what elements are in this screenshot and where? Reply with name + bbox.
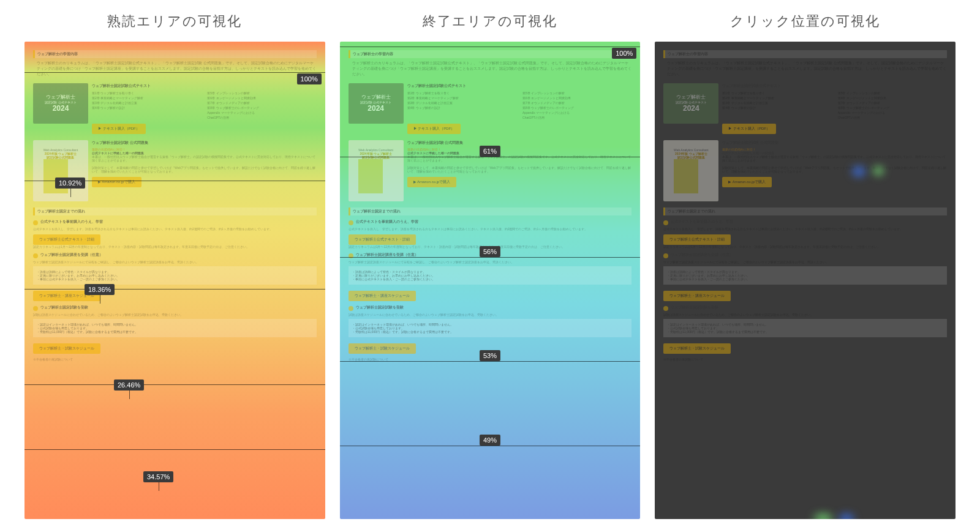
workbook-title: ウェブ解析士認定試験 公式問題集	[407, 140, 632, 146]
page-mock-read: ウェブ解析士の学習内容 ウェブ解析士のカリキュラムは、「ウェブ解析士認定試験公式…	[24, 42, 325, 519]
toc-right: 第5章 インプレッションの解析 第6章 エンゲージメントと間接効果 第7章 オウ…	[522, 91, 631, 120]
textbook-title: ウェブ解析士認定試験公式テキスト	[407, 83, 632, 89]
flow-step-3-body: 試験は講座スケジュールに合わせているため、ご都合のよいウェブ解析士認定試験をお申…	[349, 313, 632, 316]
flow-step-3: ウェブ解析士認定試験を受験	[349, 305, 632, 310]
flow-step-2-body: ウェブ解析士認定講座スケジュールにて日程をご確認し、ご都合のよいウェブ解析士認定…	[33, 260, 317, 264]
btn-flow-2[interactable]: ウェブ解析士・講座スケジュール	[349, 291, 416, 301]
study-body: ウェブ解析士のカリキュラムは、「ウェブ解析士認定試験公式テキスト」、「ウェブ解析…	[349, 61, 632, 77]
btn-flow-3[interactable]: ウェブ解析士・試験スケジュール	[33, 343, 100, 354]
flow-step-2-box: ・講座は講師によって特色・スタイルが異なります。 ・定員に限りがございます。お早…	[349, 266, 632, 285]
col-click: クリック位置の可視化 ウェブ解析士の学習内容 ウェブ解析士のカリキュラムは、「ウ…	[655, 12, 956, 519]
study-body: ウェブ解析士のカリキュラムは、「ウェブ解析士認定試験公式テキスト」、「ウェブ解析…	[663, 61, 947, 77]
pct-exit-3: 53%	[480, 350, 500, 361]
btn-workbook-buy[interactable]: ▶ Amazon.co.jpで購入	[407, 177, 457, 187]
textbook-sub: 認定試験 公式テキスト	[45, 100, 76, 104]
flow-step-2-body: ウェブ解析士認定講座スケジュールにて日程をご確認し、ご都合のよいウェブ解析士認定…	[663, 260, 947, 264]
study-heading: ウェブ解析士の学習内容	[33, 50, 317, 58]
flow-step-1-note: 認定カリキュラムは1月〜12月の年度制となっており、テキスト・講座内容・試験問題…	[663, 245, 947, 249]
workbook-body: 本書は、一般社団法人ウェブ解析士協会が運営する資格「ウェブ解析士」の認定試験の模…	[722, 155, 947, 173]
flow-foot: ※不合格者の再試験について	[663, 357, 947, 361]
btn-textbook-buy[interactable]: ▶ テキスト購入（PDF）	[92, 124, 146, 134]
workbook-card: Web Analytics Consultant 2024年版 ウェブ解析士 認…	[663, 140, 947, 201]
flow-step-2: ウェブ解析士認定講座を受講（任意）	[663, 252, 947, 258]
read-tick	[159, 482, 159, 491]
workbook-thumb: Web Analytics Consultant 2024年版 ウェブ解析士 認…	[663, 140, 718, 201]
col-click-title: クリック位置の可視化	[655, 12, 956, 31]
flow-heading: ウェブ解析士認定までの流れ	[663, 207, 947, 215]
textbook-sub: 認定試験 公式テキスト	[676, 100, 707, 104]
textbook-card: ウェブ解析士 認定試験 公式テキスト 2024 ウェブ解析士認定試験公式テキスト…	[663, 83, 947, 134]
panel-exit: ウェブ解析士の学習内容 ウェブ解析士のカリキュラムは、「ウェブ解析士認定試験公式…	[340, 42, 641, 519]
textbook-title: ウェブ解析士認定試験公式テキスト	[92, 83, 317, 89]
flow-foot: ※不合格者の再試験について	[33, 357, 317, 361]
flow-step-2-box: ・講座は講師によって特色・スタイルが異なります。 ・定員に限りがございます。お早…	[33, 266, 317, 285]
btn-workbook-buy[interactable]: ▶ Amazon.co.jpで購入	[722, 177, 772, 187]
study-heading: ウェブ解析士の学習内容	[663, 50, 947, 58]
read-hline	[24, 449, 325, 450]
btn-flow-3[interactable]: ウェブ解析士・試験スケジュール	[663, 343, 731, 354]
flow-step-1: 公式テキストを事前購入のうえ、学習	[663, 219, 947, 225]
workbook-body: 本書は、一般社団法人ウェブ解析士協会が運営する資格「ウェブ解析士」の認定試験の模…	[407, 155, 632, 173]
textbook-thumb: ウェブ解析士 認定試験 公式テキスト 2024	[663, 83, 718, 124]
col-exit-title: 終了エリアの可視化	[340, 12, 641, 31]
btn-flow-1[interactable]: ウェブ解析士公式テキスト・詳細	[33, 234, 100, 245]
btn-flow-1[interactable]: ウェブ解析士公式テキスト・詳細	[349, 234, 416, 245]
textbook-brand: ウェブ解析士	[45, 94, 76, 100]
pct-read-2: 18.36%	[85, 284, 115, 295]
flow-step-2-box: ・講座は講師によって特色・スタイルが異なります。 ・定員に限りがございます。お早…	[663, 266, 947, 285]
flow-step-1: 公式テキストを事前購入のうえ、学習	[33, 219, 317, 225]
workbook-year2: 認定試験公式問題集	[358, 155, 393, 159]
flow-step-3-body: 試験は講座スケジュールに合わせているため、ご都合のよいウェブ解析士認定試験をお申…	[33, 313, 317, 316]
workbook-body: 本書は、一般社団法人ウェブ解析士協会が運営する資格「ウェブ解析士」の認定試験の模…	[92, 155, 317, 173]
textbook-year: 2024	[360, 104, 391, 113]
toc-right: 第5章 インプレッションの解析 第6章 エンゲージメントと間接効果 第7章 オウ…	[207, 91, 316, 120]
read-hline	[24, 289, 325, 290]
heatmap-three-up: 熟読エリアの可視化 ウェブ解析士の学習内容 ウェブ解析士のカリキュラムは、「ウェ…	[24, 12, 956, 519]
read-hline	[24, 384, 325, 385]
btn-textbook-buy[interactable]: ▶ テキスト購入（PDF）	[722, 124, 776, 134]
textbook-card: ウェブ解析士 認定試験 公式テキスト 2024 ウェブ解析士認定試験公式テキスト…	[33, 83, 317, 134]
pct-exit-1: 61%	[480, 146, 500, 157]
pct-exit-2: 56%	[480, 246, 500, 257]
btn-flow-1[interactable]: ウェブ解析士公式テキスト・詳細	[663, 234, 731, 245]
flow-step-1-body: 公式テキストを購入し、学習します。講座を受講される方もテキストは事前にお読みくだ…	[349, 227, 632, 231]
flow-step-1-note: 認定カリキュラムは1月〜12月の年度制となっており、テキスト・講座内容・試験問題…	[33, 245, 317, 249]
flow-step-3: ウェブ解析士認定試験を受験	[663, 305, 947, 310]
workbook-title: ウェブ解析士認定試験 公式問題集	[722, 140, 947, 146]
workbook-thumb: Web Analytics Consultant 2024年版 ウェブ解析士 認…	[33, 140, 88, 201]
read-tick	[70, 189, 71, 197]
textbook-brand: ウェブ解析士	[360, 94, 391, 100]
pct-exit-4: 49%	[480, 435, 500, 446]
panel-read: ウェブ解析士の学習内容 ウェブ解析士のカリキュラムは、「ウェブ解析士認定試験公式…	[24, 42, 325, 519]
textbook-sub: 認定試験 公式テキスト	[360, 100, 391, 104]
pct-read-1: 10.92%	[55, 178, 85, 189]
textbook-thumb: ウェブ解析士 認定試験 公式テキスト 2024	[33, 83, 88, 124]
workbook-year2: 認定試験公式問題集	[43, 155, 78, 159]
pct-read-top: 100%	[297, 73, 322, 84]
pct-read-4: 34.57%	[143, 471, 173, 482]
pct-read-3: 26.46%	[114, 379, 144, 391]
workbook-card: Web Analytics Consultant 2024年版 ウェブ解析士 認…	[33, 140, 317, 201]
read-tick	[100, 295, 100, 304]
btn-textbook-buy[interactable]: ▶ テキスト購入（PDF）	[407, 124, 461, 134]
textbook-year: 2024	[676, 104, 707, 113]
btn-flow-3[interactable]: ウェブ解析士・試験スケジュール	[349, 343, 416, 354]
flow-heading: ウェブ解析士認定までの流れ	[33, 207, 317, 215]
toc-left: 第1章 ウェブ解析士を取り巻く 第2章 事業戦略とマーケティング解析 第3章 デ…	[92, 91, 201, 120]
col-read-title: 熟読エリアの可視化	[24, 12, 325, 31]
toc-right: 第5章 インプレッションの解析 第6章 エンゲージメントと間接効果 第7章 オウ…	[838, 91, 947, 120]
panel-click: ウェブ解析士の学習内容 ウェブ解析士のカリキュラムは、「ウェブ解析士認定試験公式…	[655, 42, 956, 519]
btn-flow-2[interactable]: ウェブ解析士・講座スケジュール	[663, 291, 731, 301]
toc-left: 第1章 ウェブ解析士を取り巻く 第2章 事業戦略とマーケティング解析 第3章 デ…	[722, 91, 831, 120]
flow-step-1-body: 公式テキストを購入し、学習します。講座を受講される方もテキストは事前にお読みくだ…	[33, 227, 317, 231]
flow-step-1: 公式テキストを事前購入のうえ、学習	[349, 219, 632, 225]
col-exit: 終了エリアの可視化 ウェブ解析士の学習内容 ウェブ解析士のカリキュラムは、「ウェ…	[340, 12, 641, 519]
btn-workbook-buy[interactable]: ▶ Amazon.co.jpで購入	[92, 177, 141, 187]
workbook-title: ウェブ解析士認定試験 公式問題集	[92, 140, 317, 146]
toc-left: 第1章 ウェブ解析士を取り巻く 第2章 事業戦略とマーケティング解析 第3章 デ…	[407, 91, 516, 120]
flow-step-3: ウェブ解析士認定試験を受験	[33, 305, 317, 310]
flow-step-3-box: ・認定はインターネット環境があれば、いつでも場所、時間問いません。 ・公式試験会…	[349, 319, 632, 337]
read-hline	[24, 72, 325, 73]
pct-exit-top: 100%	[612, 48, 636, 59]
textbook-year: 2024	[45, 104, 76, 113]
